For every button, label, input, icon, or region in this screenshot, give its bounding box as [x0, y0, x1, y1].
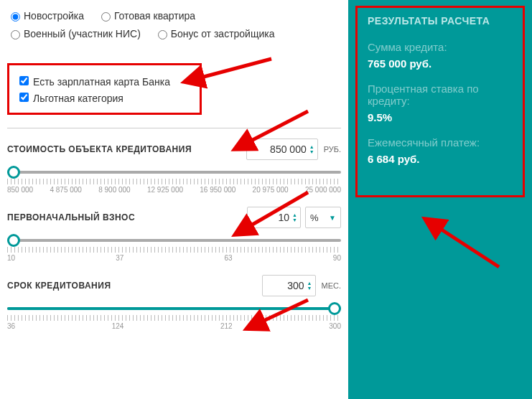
payment-label: Ежемесячный платеж:: [368, 136, 513, 149]
unit-select-value: %: [310, 212, 319, 223]
down-unit-select[interactable]: % ▼: [305, 207, 341, 228]
loan-amount-value: 765 000 руб.: [368, 57, 513, 70]
term-row: СРОК КРЕДИТОВАНИЯ 300 ▲▼ МЕС.: [7, 275, 341, 296]
checkbox-label: Льготная категория: [33, 93, 123, 104]
term-tick-labels: 36 124 212 300: [7, 322, 341, 330]
cost-slider[interactable]: [7, 167, 341, 177]
spinner-icon[interactable]: ▲▼: [292, 212, 297, 222]
radio-row-2: Военный (участник НИС) Бонус от застройщ…: [7, 28, 341, 42]
slider-thumb[interactable]: [328, 302, 341, 315]
radio-label: Готовая квартира: [114, 10, 195, 22]
term-input[interactable]: 300 ▲▼: [262, 275, 316, 296]
term-label: СРОК КРЕДИТОВАНИЯ: [7, 281, 111, 291]
radio-bonus[interactable]: Бонус от застройщика: [154, 28, 275, 39]
tick-label: 16 950 000: [200, 186, 235, 194]
term-slider[interactable]: [7, 304, 341, 314]
ticks: [7, 179, 341, 184]
radio-military[interactable]: Военный (участник НИС): [7, 28, 141, 39]
tick-label: 90: [333, 254, 341, 262]
tick-label: 124: [112, 322, 124, 330]
tick-label: 37: [116, 254, 123, 262]
slider-thumb[interactable]: [7, 234, 20, 247]
tick-label: 12 925 000: [147, 186, 183, 194]
ticks: [7, 247, 341, 253]
results-panel: РЕЗУЛЬТАТЫ РАСЧЕТА Сумма кредита: 765 00…: [348, 0, 532, 399]
loan-amount-label: Сумма кредита:: [368, 41, 513, 53]
tick-label: 212: [220, 322, 233, 330]
tick-label: 850 000: [7, 186, 33, 194]
radio-label: Новостройка: [24, 10, 84, 22]
cost-unit: РУБ.: [324, 145, 341, 154]
tick-label: 10: [7, 254, 15, 262]
down-input[interactable]: 10 ▲▼: [247, 207, 301, 228]
checkbox-salary-card[interactable]: Есть зарплатная карта Банка: [17, 74, 192, 88]
results-title: РЕЗУЛЬТАТЫ РАСЧЕТА: [368, 15, 513, 27]
tick-label: 36: [7, 322, 15, 330]
results-box: РЕЗУЛЬТАТЫ РАСЧЕТА Сумма кредита: 765 00…: [355, 6, 525, 197]
divider: [7, 128, 341, 128]
tick-label: 25 000 000: [305, 186, 341, 194]
down-label: ПЕРВОНАЧАЛЬНЫЙ ВЗНОС: [7, 212, 135, 222]
cost-value: 850 000: [253, 144, 309, 155]
payment-value: 6 684 руб.: [368, 153, 513, 165]
cost-input[interactable]: 850 000 ▲▼: [246, 139, 318, 160]
tick-label: 20 975 000: [253, 186, 289, 194]
radio-ready-flat[interactable]: Готовая квартира: [98, 10, 195, 22]
slider-thumb[interactable]: [7, 166, 20, 179]
chevron-down-icon: ▼: [329, 214, 336, 222]
term-value: 300: [269, 280, 307, 291]
down-tick-labels: 10 37 63 90: [7, 254, 341, 262]
radio-new-building[interactable]: Новостройка: [7, 10, 84, 22]
spinner-icon[interactable]: ▲▼: [307, 281, 312, 291]
tick-label: 63: [225, 254, 233, 262]
down-slider[interactable]: [7, 235, 341, 245]
checkbox-group: Есть зарплатная карта Банка Льготная кат…: [7, 63, 202, 115]
cost-row: СТОИМОСТЬ ОБЪЕКТА КРЕДИТОВАНИЯ 850 000 ▲…: [7, 139, 341, 160]
tick-label: 4 875 000: [50, 186, 82, 194]
rate-label: Процентная ставка по кредиту:: [368, 83, 513, 107]
radio-label: Военный (участник НИС): [24, 28, 141, 39]
rate-value: 9.5%: [368, 111, 513, 123]
down-row: ПЕРВОНАЧАЛЬНЫЙ ВЗНОС 10 ▲▼ % ▼: [7, 207, 341, 228]
term-unit: МЕС.: [322, 281, 342, 290]
radio-label: Бонус от застройщика: [171, 28, 275, 39]
tick-label: 8 900 000: [98, 186, 131, 194]
checkbox-label: Есть зарплатная карта Банка: [33, 76, 170, 88]
ticks: [7, 315, 341, 321]
radio-row-1: Новостройка Готовая квартира: [7, 10, 341, 24]
cost-label: СТОИМОСТЬ ОБЪЕКТА КРЕДИТОВАНИЯ: [7, 144, 192, 154]
cost-tick-labels: 850 000 4 875 000 8 900 000 12 925 000 1…: [7, 186, 341, 194]
tick-label: 300: [329, 322, 341, 330]
checkbox-preferential[interactable]: Льготная категория: [17, 90, 192, 104]
spinner-icon[interactable]: ▲▼: [309, 144, 314, 154]
down-value: 10: [253, 212, 292, 223]
